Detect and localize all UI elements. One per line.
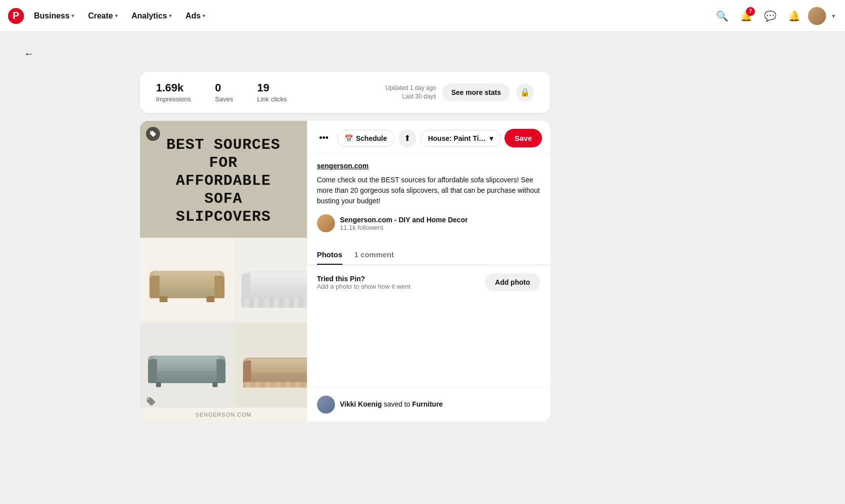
creator-followers: 11.1k followers: [340, 224, 468, 231]
board-select-button[interactable]: House: Paint Tips ... ▾: [420, 130, 500, 147]
activity-button[interactable]: 🔔: [784, 6, 804, 26]
impressions-value: 1.69k: [156, 81, 191, 94]
header-left: P Business ▾ Create ▾ Analytics ▾ Ads ▾: [8, 7, 712, 24]
pin-area: BEST SOURCES FOR AFFORDABLE SOFA SLIPCOV…: [140, 121, 550, 422]
sofa-gray-cell: [140, 323, 234, 408]
sofa-tan-cell: [234, 323, 307, 408]
activity-text: Vikki Koenig saved to Furniture: [340, 400, 443, 410]
main-nav: Business ▾ Create ▾ Analytics ▾ Ads ▾: [28, 7, 211, 24]
tag-icon-bottom: [146, 397, 156, 408]
activity-avatar: [317, 396, 335, 414]
messages-button[interactable]: 💬: [760, 6, 780, 26]
updated-line2: Last 30 days: [386, 92, 436, 101]
back-arrow-icon: ←: [24, 48, 34, 59]
board-label: House: Paint Tips ...: [428, 134, 486, 142]
header: P Business ▾ Create ▾ Analytics ▾ Ads ▾ …: [0, 0, 845, 32]
user-menu-chevron[interactable]: ▾: [830, 10, 837, 21]
chevron-down-icon: ▾: [490, 134, 493, 142]
sofa-beige-cell: [140, 238, 234, 323]
creator-name: Sengerson.com - DIY and Home Decor: [340, 216, 468, 224]
schedule-button[interactable]: 📅 Schedule: [337, 130, 394, 147]
pin-detail-column: ••• 📅 Schedule ⬆ House: Paint Tips ... ▾…: [307, 121, 550, 422]
nav-analytics[interactable]: Analytics ▾: [126, 7, 178, 24]
notification-badge: 7: [746, 7, 755, 16]
upload-button[interactable]: ⬆: [398, 129, 416, 147]
pin-image-column: BEST SOURCES FOR AFFORDABLE SOFA SLIPCOV…: [140, 121, 307, 422]
pin-title: BEST SOURCES FOR AFFORDABLE SOFA SLIPCOV…: [154, 136, 293, 226]
tab-comments[interactable]: 1 comment: [354, 250, 394, 265]
stats-right: Updated 1 day ago Last 30 days See more …: [386, 83, 534, 101]
watermark: SENGERSON.COM: [140, 408, 307, 422]
nav-business[interactable]: Business ▾: [28, 7, 80, 24]
pin-actions-bar: ••• 📅 Schedule ⬆ House: Paint Tips ... ▾…: [307, 121, 550, 154]
activity-bell-icon: 🔔: [788, 10, 800, 22]
pin-header-image: BEST SOURCES FOR AFFORDABLE SOFA SLIPCOV…: [140, 121, 307, 238]
back-button[interactable]: ←: [20, 44, 38, 63]
impressions-stat: 1.69k Impressions: [156, 81, 191, 103]
chevron-down-icon: ▾: [169, 13, 172, 18]
search-icon: 🔍: [716, 10, 728, 22]
pin-creator: Sengerson.com - DIY and Home Decor 11.1k…: [317, 214, 540, 232]
chat-icon: 💬: [764, 10, 776, 22]
pin-description: Come check out the BEST sources for affo…: [317, 175, 540, 206]
link-clicks-label: Link clicks: [257, 95, 286, 103]
pinterest-logo[interactable]: P: [8, 8, 24, 24]
header-right: 🔍 🔔 7 💬 🔔 ▾: [712, 6, 837, 26]
save-button[interactable]: Save: [504, 129, 542, 147]
activity-action-text: saved to: [384, 400, 410, 408]
saves-label: Saves: [215, 95, 233, 103]
link-clicks-value: 19: [257, 81, 286, 94]
stats-bar: 1.69k Impressions 0 Saves 19 Link clicks…: [140, 71, 550, 113]
chevron-down-icon: ▾: [115, 13, 118, 18]
pin-source-link[interactable]: sengerson.com: [317, 162, 540, 170]
nav-ads[interactable]: Ads ▾: [180, 7, 211, 24]
sofas-grid: [140, 238, 307, 408]
nav-business-label: Business: [34, 11, 70, 20]
impressions-label: Impressions: [156, 95, 191, 103]
lock-button[interactable]: 🔒: [516, 83, 534, 101]
calendar-icon: 📅: [344, 134, 353, 142]
nav-analytics-label: Analytics: [132, 11, 167, 20]
upload-icon: ⬆: [404, 133, 410, 143]
link-clicks-stat: 19 Link clicks: [257, 81, 286, 103]
see-more-stats-button[interactable]: See more stats: [442, 83, 510, 101]
tab-photos[interactable]: Photos: [317, 250, 342, 265]
pin-content: sengerson.com Come check out the BEST so…: [307, 154, 550, 250]
chevron-down-icon: ▾: [202, 13, 205, 18]
activity-user: Vikki Koenig: [340, 400, 382, 408]
pin-activity: Vikki Koenig saved to Furniture: [307, 387, 550, 422]
lock-icon: 🔒: [520, 87, 530, 97]
search-button[interactable]: 🔍: [712, 6, 732, 26]
nav-create-label: Create: [88, 11, 113, 20]
saves-stat: 0 Saves: [215, 81, 233, 103]
updated-line1: Updated 1 day ago: [386, 84, 436, 92]
tried-subtitle: Add a photo to show how it went: [317, 283, 410, 290]
user-avatar[interactable]: [808, 7, 826, 25]
tried-title: Tried this Pin?: [317, 275, 410, 283]
notifications-button[interactable]: 🔔 7: [736, 6, 756, 26]
saves-value: 0: [215, 81, 233, 94]
more-options-button[interactable]: •••: [315, 129, 333, 147]
activity-board: Furniture: [412, 400, 442, 408]
add-photo-button[interactable]: Add photo: [485, 273, 540, 291]
sofa-white-cell: [234, 238, 307, 323]
tag-icon: [146, 127, 160, 141]
chevron-down-icon: ▾: [72, 13, 74, 18]
nav-create[interactable]: Create ▾: [82, 7, 124, 24]
pin-tabs: Photos 1 comment: [307, 250, 550, 265]
stats-updated: Updated 1 day ago Last 30 days: [386, 84, 436, 101]
nav-ads-label: Ads: [186, 11, 200, 20]
creator-avatar[interactable]: [317, 214, 335, 232]
main-content: ← 1.69k Impressions 0 Saves 19 Link clic…: [0, 32, 845, 434]
tried-this-section: Tried this Pin? Add a photo to show how …: [307, 273, 550, 291]
more-dots-icon: •••: [319, 133, 328, 143]
